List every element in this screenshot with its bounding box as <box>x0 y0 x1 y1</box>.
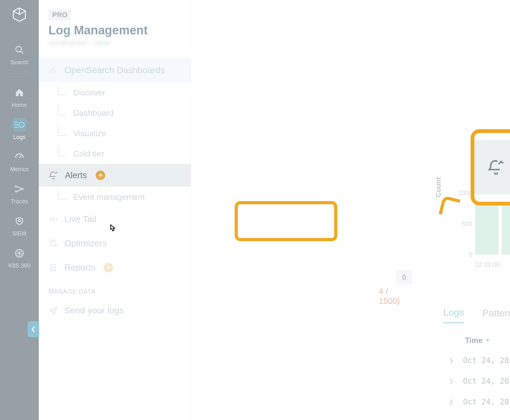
tree-connector-icon <box>58 105 66 116</box>
cursor-pointer-icon <box>107 223 118 234</box>
rail-label: K8S 360 <box>9 262 31 269</box>
search-icon <box>12 43 27 57</box>
nav-label: Live Tail <box>64 214 96 224</box>
rail-item-k8s360[interactable]: K8S 360 <box>0 243 39 275</box>
nav-label: Discover <box>73 88 105 98</box>
svg-point-2 <box>15 186 17 187</box>
docs-count: 4 / 1500) <box>379 286 400 306</box>
nav-send-your-logs[interactable]: Send your logs <box>39 298 191 323</box>
tab-logs[interactable]: Logs <box>443 307 464 323</box>
traces-icon <box>12 182 27 196</box>
chart-y-axis-label: Count <box>434 177 443 197</box>
home-icon <box>12 85 27 100</box>
shield-icon <box>12 214 27 228</box>
rail-item-home[interactable]: Home <box>0 82 39 114</box>
nav-label: Reports <box>64 262 95 273</box>
cell-time: Oct 24, 2023 @ 12:45:32.104 <box>463 377 510 386</box>
expand-row-icon[interactable]: ❯ <box>447 397 455 406</box>
kubernetes-icon <box>12 246 27 261</box>
tree-connector-icon <box>58 126 66 136</box>
broadcast-icon <box>48 214 59 224</box>
rail-label: Logs <box>13 134 26 141</box>
secondary-sidebar: PRO Log Management user@example | Admin … <box>39 0 191 420</box>
nav-alerts[interactable]: Alerts <box>39 164 191 187</box>
count-chip: 0 <box>396 270 412 284</box>
bars-icon <box>48 65 59 75</box>
sort-desc-icon: ▼ <box>485 338 490 343</box>
rail-item-metrics[interactable]: Metrics <box>0 146 39 178</box>
nav-dashboard[interactable]: Dashboard <box>39 103 191 123</box>
y-tick: 500 <box>462 220 472 227</box>
nav-rail: Search Home Logs Metrics Traces <box>0 0 39 420</box>
rail-item-logs[interactable]: Logs <box>0 114 39 146</box>
rail-label: SIEM <box>12 230 26 237</box>
svg-point-0 <box>16 46 22 52</box>
rail-divider <box>8 74 31 74</box>
nav-reports[interactable]: Reports <box>39 256 191 280</box>
report-icon <box>48 262 59 273</box>
nav-event-management[interactable]: Event management <box>39 187 191 207</box>
logs-table: Time ▼ message ❯ Oct 24, 2023 @ 12:45:32… <box>438 331 510 412</box>
metrics-icon <box>12 150 27 164</box>
svg-point-8 <box>51 240 56 242</box>
tab-label: Patterns <box>482 308 510 318</box>
column-label: Time <box>465 336 483 345</box>
svg-point-7 <box>52 218 54 220</box>
tab-label: Logs <box>443 307 464 318</box>
sidebar-subline: user@example | Admin <box>48 40 181 47</box>
x-tick: 12:31:00 <box>475 261 500 268</box>
nav-label: Alerts <box>65 171 87 180</box>
column-time[interactable]: Time ▼ <box>465 336 490 345</box>
rail-label: Traces <box>11 198 28 205</box>
expand-row-icon[interactable]: ❯ <box>447 356 455 365</box>
svg-point-4 <box>22 188 24 190</box>
cell-time: Oct 24, 2023 @ 12:45:32.104 <box>463 356 510 365</box>
results-tabs: Logs Patterns 47 ? Exceptions 5 ? Ins <box>443 307 510 323</box>
section-manage-data: MANAGE DATA <box>39 280 191 298</box>
nav-label: Optimizers <box>64 238 107 248</box>
cell-time: Oct 24, 2023 @ 12:45:30.525 <box>463 397 510 406</box>
bell-icon <box>487 158 505 176</box>
nav-label: Visualize <box>73 129 106 138</box>
rail-label: Metrics <box>10 166 29 173</box>
nav-discover[interactable]: Discover <box>39 82 191 103</box>
sidebar-header: PRO Log Management user@example | Admin <box>39 0 191 56</box>
table-row[interactable]: ❯ Oct 24, 2023 @ 12:45:32.104 - <box>438 350 510 371</box>
expand-row-icon[interactable]: ❯ <box>447 377 455 386</box>
add-alert-button[interactable] <box>96 171 105 180</box>
sidebar-title: Log Management <box>48 24 181 37</box>
svg-point-1 <box>19 122 24 127</box>
rail-label: Search <box>10 59 29 66</box>
table-row[interactable]: ❯ Oct 24, 2023 @ 12:45:32.104 - <box>438 371 510 391</box>
collapse-sidebar-button[interactable] <box>28 321 39 337</box>
nav-visualize[interactable]: Visualize <box>39 123 191 144</box>
highlight-frame-alerts-nav <box>235 201 337 241</box>
add-report-button[interactable] <box>104 263 113 272</box>
rail-item-siem[interactable]: SIEM <box>0 211 39 243</box>
bell-icon <box>48 170 59 180</box>
nav: OpenSearch Dashboards Discover Dashboard… <box>39 56 191 323</box>
pro-badge: PRO <box>48 10 71 20</box>
tab-patterns[interactable]: Patterns 47 ? <box>482 308 510 323</box>
logs-icon <box>12 117 27 132</box>
table-header: Time ▼ message <box>438 331 510 350</box>
rail-item-traces[interactable]: Traces <box>0 178 39 211</box>
nav-label: Cold tier <box>73 149 104 159</box>
nav-label: OpenSearch Dashboards <box>64 65 165 75</box>
rail-item-search[interactable]: Search <box>0 39 39 72</box>
rail-label: Home <box>12 102 27 108</box>
tree-connector-icon <box>58 85 66 95</box>
tree-connector-icon <box>58 146 66 156</box>
send-icon <box>48 305 59 316</box>
nav-opensearch-dashboards[interactable]: OpenSearch Dashboards <box>39 58 191 82</box>
nav-label: Dashboard <box>73 108 114 118</box>
database-icon <box>48 238 59 248</box>
y-tick: 0 <box>469 251 472 258</box>
svg-point-3 <box>15 191 17 192</box>
tree-connector-icon <box>58 189 66 200</box>
nav-cold-tier[interactable]: Cold tier <box>39 144 191 164</box>
brand-logo <box>10 6 28 24</box>
table-row[interactable]: ❯ Oct 24, 2023 @ 12:45:30.525 - <box>438 391 510 412</box>
svg-point-5 <box>18 220 21 222</box>
callout-alerts-zoom: Alerts <box>471 129 510 206</box>
